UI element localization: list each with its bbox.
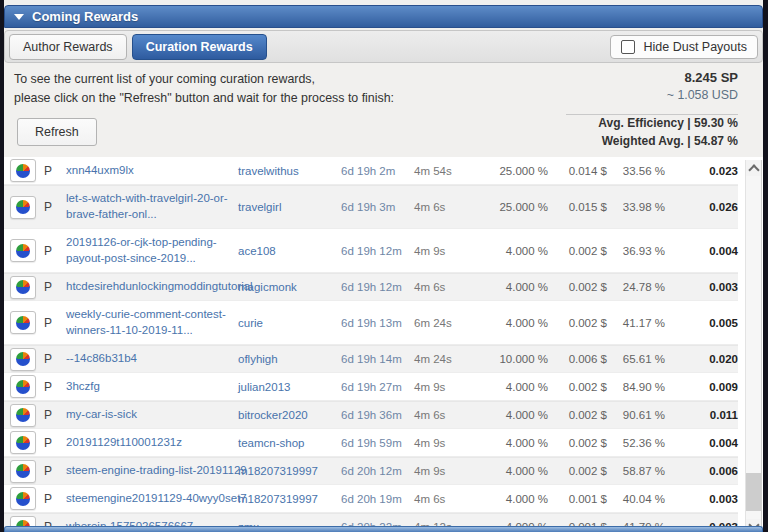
- table-row: P steem-engine-trading-list-20191129 m18…: [4, 457, 738, 485]
- post-age: 6d 19h 3m: [341, 201, 414, 213]
- author-link[interactable]: oflyhigh: [238, 353, 341, 365]
- scrollbar[interactable]: [745, 160, 762, 532]
- permlink-marker[interactable]: P: [44, 244, 66, 258]
- post-title-link[interactable]: my-car-is-sick: [66, 407, 234, 423]
- vote-age: 4m 6s: [414, 409, 491, 421]
- hide-dust-checkbox[interactable]: [621, 40, 635, 54]
- tab-author-rewards[interactable]: Author Rewards: [9, 34, 127, 60]
- collapse-icon[interactable]: [14, 14, 24, 20]
- efficiency-percent: 24.78 %: [607, 281, 665, 293]
- payout-usd: 0.014 $: [548, 165, 607, 177]
- pie-chart-button[interactable]: [10, 239, 36, 262]
- post-title-link[interactable]: let-s-watch-with-travelgirl-20-or-brave-…: [66, 191, 234, 222]
- vote-weight: 4.000 %: [491, 437, 548, 449]
- app-window: Coming Rewards Author Rewards Curation R…: [0, 0, 768, 532]
- hide-dust-button[interactable]: Hide Dust Payouts: [610, 35, 758, 59]
- permlink-marker[interactable]: P: [44, 464, 66, 478]
- post-title-link[interactable]: xnn44uxm9lx: [66, 163, 234, 179]
- vote-age: 4m 24s: [414, 353, 491, 365]
- scroll-track[interactable]: [746, 176, 761, 519]
- payout-usd: 0.002 $: [548, 381, 607, 393]
- post-title-link[interactable]: htcdesirehdunlockingmoddingtutorial: [66, 279, 234, 295]
- permlink-marker[interactable]: P: [44, 200, 66, 214]
- pie-chart-icon: [16, 492, 30, 506]
- intro-line-1: To see the current list of your coming c…: [14, 70, 394, 89]
- pie-chart-icon: [16, 164, 30, 178]
- permlink-marker[interactable]: P: [44, 380, 66, 394]
- table-row: P steemengine20191129-40wyy0set7 m182073…: [4, 485, 738, 513]
- reward-sp: 0.004: [665, 437, 738, 449]
- vote-age: 4m 6s: [414, 201, 491, 213]
- post-age: 6d 19h 27m: [341, 381, 414, 393]
- table-row: P 20191126-or-cjk-top-pending-payout-pos…: [4, 229, 738, 273]
- permlink-marker[interactable]: P: [44, 316, 66, 330]
- table-row: P 3hczfg julian2013 6d 19h 27m 4m 9s 4.0…: [4, 373, 738, 401]
- post-age: 6d 19h 59m: [341, 437, 414, 449]
- post-title-link[interactable]: 20191126-or-cjk-top-pending-payout-post-…: [66, 235, 234, 266]
- post-title-link[interactable]: 20191129t110001231z: [66, 435, 234, 451]
- vote-age: 4m 54s: [414, 165, 491, 177]
- author-link[interactable]: julian2013: [238, 381, 341, 393]
- pie-chart-button[interactable]: [10, 431, 36, 454]
- panel-header[interactable]: Coming Rewards: [4, 5, 763, 28]
- vote-weight: 4.000 %: [491, 381, 548, 393]
- permlink-marker[interactable]: P: [44, 408, 66, 422]
- efficiency-percent: 36.93 %: [607, 245, 665, 257]
- reward-sp: 0.023: [665, 165, 738, 177]
- permlink-marker[interactable]: P: [44, 280, 66, 294]
- permlink-marker[interactable]: P: [44, 436, 66, 450]
- author-link[interactable]: travelgirl: [238, 201, 341, 213]
- post-title-link[interactable]: steem-engine-trading-list-20191129: [66, 463, 234, 479]
- scroll-thumb[interactable]: [746, 473, 761, 511]
- vote-weight: 25.000 %: [491, 165, 548, 177]
- vote-age: 4m 9s: [414, 381, 491, 393]
- pie-chart-icon: [16, 280, 30, 294]
- payout-usd: 0.002 $: [548, 409, 607, 421]
- efficiency-percent: 41.17 %: [607, 317, 665, 329]
- vote-weight: 10.000 %: [491, 353, 548, 365]
- table-row: P let-s-watch-with-travelgirl-20-or-brav…: [4, 185, 738, 229]
- pie-chart-button[interactable]: [10, 311, 36, 334]
- post-age: 6d 19h 12m: [341, 281, 414, 293]
- vote-age: 4m 6s: [414, 493, 491, 505]
- author-link[interactable]: magicmonk: [238, 281, 341, 293]
- totals: 8.245 SP ~ 1.058 USD: [667, 70, 738, 107]
- pie-chart-icon: [16, 380, 30, 394]
- author-link[interactable]: m18207319997: [238, 493, 341, 505]
- permlink-marker[interactable]: P: [44, 352, 66, 366]
- weighted-avg: Weighted Avg. | 54.87 %: [598, 133, 738, 150]
- post-age: 6d 19h 12m: [341, 245, 414, 257]
- pie-chart-button[interactable]: [10, 487, 36, 510]
- post-title-link[interactable]: 3hczfg: [66, 379, 234, 395]
- scroll-up-button[interactable]: [746, 160, 761, 176]
- reward-sp: 0.003: [665, 493, 738, 505]
- pie-chart-icon: [16, 244, 30, 258]
- author-link[interactable]: m18207319997: [238, 465, 341, 477]
- pie-chart-button[interactable]: [10, 348, 36, 371]
- tab-curation-rewards[interactable]: Curation Rewards: [132, 34, 267, 60]
- author-link[interactable]: travelwithus: [238, 165, 341, 177]
- payout-usd: 0.002 $: [548, 245, 607, 257]
- author-link[interactable]: curie: [238, 317, 341, 329]
- post-age: 6d 19h 2m: [341, 165, 414, 177]
- table-row: P weekly-curie-comment-contest-winners-1…: [4, 301, 738, 345]
- pie-chart-button[interactable]: [10, 196, 36, 219]
- efficiency-percent: 40.04 %: [607, 493, 665, 505]
- permlink-marker[interactable]: P: [44, 164, 66, 178]
- post-title-link[interactable]: --14c86b31b4: [66, 351, 234, 367]
- author-link[interactable]: ace108: [238, 245, 341, 257]
- pie-chart-button[interactable]: [10, 460, 36, 483]
- post-title-link[interactable]: steemengine20191129-40wyy0set7: [66, 491, 234, 507]
- pie-chart-button[interactable]: [10, 404, 36, 427]
- permlink-marker[interactable]: P: [44, 492, 66, 506]
- payout-usd: 0.002 $: [548, 317, 607, 329]
- author-link[interactable]: bitrocker2020: [238, 409, 341, 421]
- pie-chart-button[interactable]: [10, 159, 36, 182]
- refresh-button[interactable]: Refresh: [17, 118, 97, 146]
- next-panel-header[interactable]: [4, 526, 763, 532]
- post-title-link[interactable]: weekly-curie-comment-contest-winners-11-…: [66, 307, 234, 338]
- payout-usd: 0.002 $: [548, 437, 607, 449]
- pie-chart-button[interactable]: [10, 375, 36, 398]
- author-link[interactable]: teamcn-shop: [238, 437, 341, 449]
- pie-chart-button[interactable]: [10, 276, 36, 299]
